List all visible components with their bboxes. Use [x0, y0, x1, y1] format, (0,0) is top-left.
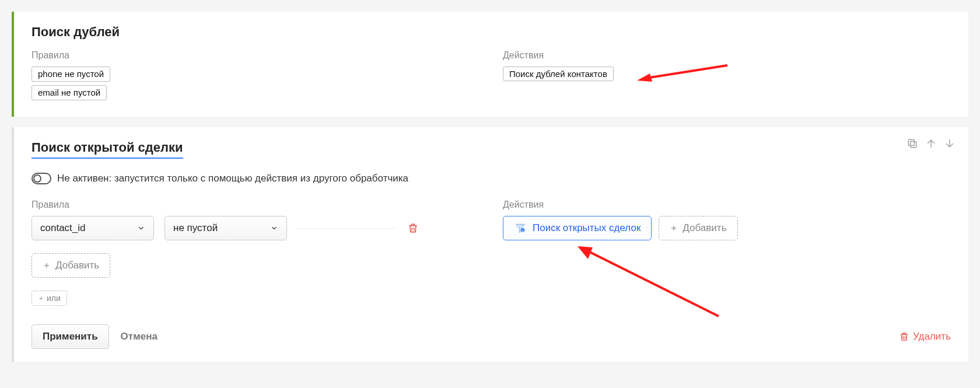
panel-title[interactable]: Поиск открытой сделки: [32, 140, 183, 159]
copy-icon[interactable]: [907, 138, 918, 149]
rule-operator-value: не пустой: [173, 222, 218, 234]
toggle-description: Не активен: запустится только с помощью …: [57, 173, 408, 184]
svg-rect-3: [908, 139, 914, 145]
svg-rect-2: [911, 142, 916, 148]
plus-icon: [43, 261, 51, 270]
svg-line-0: [646, 65, 727, 78]
panel-title: Поиск дублей: [32, 25, 951, 40]
rules-column: Правила phone не пустой email не пустой: [32, 50, 480, 104]
add-rule-button[interactable]: Добавить: [32, 253, 110, 278]
chevron-down-icon: [270, 224, 278, 232]
rule-operator-select[interactable]: не пустой: [164, 216, 287, 240]
add-or-button[interactable]: или: [32, 291, 67, 306]
arrow-down-icon[interactable]: [944, 138, 956, 149]
chevron-down-icon: [137, 224, 145, 232]
actions-column: Действия c Поиск открытых сделок Добавит…: [503, 200, 951, 306]
add-action-label: Добавить: [682, 222, 726, 234]
svg-marker-7: [578, 246, 593, 259]
rules-label: Правила: [32, 50, 480, 61]
panel-footer: Применить Отмена Удалить: [32, 324, 951, 349]
cancel-button[interactable]: Отмена: [121, 331, 158, 342]
panel-tools: [907, 138, 956, 149]
plus-icon: [38, 295, 44, 302]
rule-value-placeholder: [298, 228, 397, 229]
trash-icon[interactable]: [407, 222, 419, 235]
actions-label: Действия: [503, 200, 951, 210]
active-toggle[interactable]: [32, 173, 51, 184]
add-or-label: или: [47, 293, 61, 303]
arrow-up-icon[interactable]: [925, 138, 937, 149]
trash-icon: [899, 331, 909, 342]
rule-field-select[interactable]: contact_id: [32, 216, 154, 240]
actions-column: Действия Поиск дублей контактов: [503, 50, 951, 104]
rules-column: Правила contact_id не пустой До: [32, 200, 480, 306]
annotation-arrow-icon: [573, 240, 724, 322]
action-card-label: Поиск открытых сделок: [533, 222, 640, 234]
rule-field-value: contact_id: [40, 222, 86, 234]
panel-search-open-deal: Поиск открытой сделки Не активен: запуст…: [12, 127, 968, 362]
delete-label: Удалить: [913, 331, 951, 342]
delete-button[interactable]: Удалить: [899, 331, 951, 342]
toggle-row: Не активен: запустится только с помощью …: [32, 173, 951, 184]
actions-label: Действия: [503, 50, 951, 61]
panel-columns: Правила phone не пустой email не пустой …: [32, 50, 951, 104]
filter-icon: c: [514, 222, 527, 234]
rule-row: contact_id не пустой: [32, 216, 480, 240]
rule-chip[interactable]: phone не пустой: [32, 67, 110, 82]
add-rule-label: Добавить: [55, 260, 99, 271]
rule-chip[interactable]: email не пустой: [32, 85, 107, 100]
action-card[interactable]: c Поиск открытых сделок: [503, 216, 652, 240]
rules-label: Правила: [32, 200, 480, 210]
apply-button[interactable]: Применить: [32, 324, 109, 349]
svg-line-6: [587, 251, 719, 316]
plus-icon: [670, 224, 678, 232]
panel-columns: Правила contact_id не пустой До: [32, 200, 951, 306]
svg-marker-1: [637, 74, 652, 82]
annotation-arrow-icon: [637, 61, 730, 84]
add-action-button[interactable]: Добавить: [659, 216, 737, 240]
action-chip[interactable]: Поиск дублей контактов: [503, 67, 614, 81]
panel-search-duplicates: Поиск дублей Правила phone не пустой ema…: [12, 12, 968, 117]
